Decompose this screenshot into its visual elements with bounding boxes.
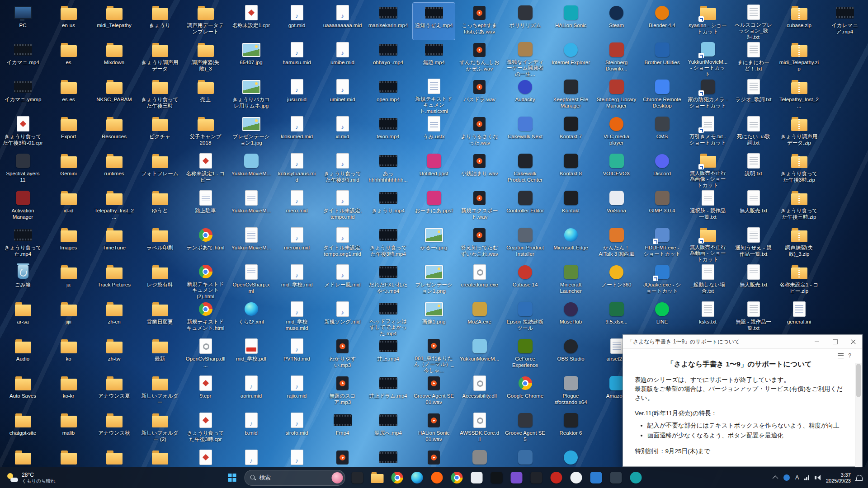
desktop-icon[interactable]: Steinberg Downlo...	[595, 40, 637, 77]
desktop-icon[interactable]: Plogue sforzando x64	[550, 373, 592, 410]
desktop-icon[interactable]: malib	[47, 410, 90, 447]
desktop-icon[interactable]: Accessibility.dll	[458, 373, 500, 410]
desktop-icon[interactable]: es-es	[47, 77, 90, 114]
desktop-icon[interactable]: PC	[2, 3, 44, 40]
desktop-icon[interactable]: Resources	[93, 114, 135, 151]
desktop-icon[interactable]: プレゼンテーション1.jpg	[230, 114, 272, 151]
desktop-icon[interactable]: まにまにわーど！.txt	[732, 40, 774, 77]
desktop-icon[interactable]: イカレマニア.mp4	[824, 3, 866, 40]
desktop-icon[interactable]: uaaaaaaaaa.mid	[321, 3, 363, 40]
ime-indicator[interactable]: A	[795, 474, 799, 481]
desktop-icon[interactable]: YukkuriMovieM...	[230, 151, 272, 188]
desktop-icon[interactable]: きょうり	[139, 3, 181, 40]
desktop-icon[interactable]: Groove Agent SE 01.wav	[413, 373, 455, 410]
desktop-icon[interactable]: klokumed.mid	[276, 114, 318, 151]
desktop-icon[interactable]: 路上駐車	[184, 188, 226, 225]
desktop-icon[interactable]: runtimes	[93, 151, 135, 188]
desktop-icon[interactable]: きょうり食ってた午後三時.zip	[778, 188, 820, 225]
desktop-icon[interactable]: TimeTune	[93, 225, 135, 262]
volume-icon[interactable]	[815, 475, 821, 480]
desktop-icon[interactable]: 調声練習(失敗)_3.zip	[778, 225, 820, 262]
desktop-icon[interactable]: 翌尻へ.mp4	[367, 410, 409, 447]
desktop-icon[interactable]: きょうり.mp4	[367, 188, 409, 225]
desktop-icon[interactable]: Audacity	[504, 77, 546, 114]
desktop-icon[interactable]: Cubase 14	[504, 262, 546, 299]
desktop-icon[interactable]: Reaktor 6	[550, 410, 592, 447]
desktop-icon[interactable]: ko	[47, 336, 90, 373]
desktop-icon[interactable]: かるーi.png	[413, 225, 455, 262]
desktop-icon[interactable]: Images	[47, 225, 90, 262]
desktop-icon[interactable]: Audio	[2, 336, 44, 373]
desktop-icon[interactable]: 無人販売.txt	[732, 262, 774, 299]
notification-bell-icon[interactable]	[856, 475, 863, 480]
desktop-icon[interactable]: 9.cpr	[184, 373, 226, 410]
desktop-icon[interactable]: Steam	[595, 3, 637, 40]
desktop-icon[interactable]: open.mp4	[367, 77, 409, 114]
taskbar-app-terminal[interactable]	[488, 469, 506, 487]
desktop-icon[interactable]: 無題.mp4	[413, 40, 455, 77]
desktop-icon[interactable]: NKSC_PARAM	[93, 77, 135, 114]
desktop-icon[interactable]: Gemini	[47, 151, 90, 188]
desktop-icon[interactable]: 無題のスコア.mp3	[321, 373, 363, 410]
desktop-icon[interactable]: Track Pictures	[93, 262, 135, 299]
desktop-icon[interactable]: 調声用データテンプレート	[184, 3, 226, 40]
desktop-icon[interactable]: es	[47, 40, 90, 77]
desktop-icon[interactable]: 説明.txt	[732, 151, 774, 188]
desktop-icon[interactable]: ピクチャ	[139, 114, 181, 151]
taskbar-app-vscode[interactable]	[587, 469, 605, 487]
taskbar-app-youtube-music[interactable]	[547, 469, 566, 487]
start-button[interactable]	[223, 469, 241, 487]
desktop-icon[interactable]: 無題 - 親作品一覧.txt	[732, 299, 774, 336]
desktop-icon[interactable]: Controller Editor	[504, 188, 546, 225]
desktop-icon[interactable]: Google Chrome	[504, 373, 546, 410]
desktop-icon[interactable]: HALion Sonic 01.wav	[413, 410, 455, 447]
clock[interactable]: 3:37 2025/09/23	[826, 472, 851, 484]
hidden-icons-chevron-icon[interactable]	[773, 475, 778, 481]
desktop-icon[interactable]: gpt.mid	[276, 3, 318, 40]
desktop-icon[interactable]: YukkuriMovieM... - ショートカット	[687, 40, 729, 77]
taskbar-app-voice-app[interactable]	[528, 469, 546, 487]
taskbar-app-explorer[interactable]	[368, 469, 387, 487]
desktop-icon[interactable]: VOICEVOX	[595, 151, 637, 188]
desktop-icon[interactable]: 無人販売不正行為動画 - ショートカット	[687, 225, 729, 262]
dialog-titlebar[interactable]: 「さよなら手書き 1〜9」のサポートについて	[623, 335, 862, 349]
dialog-scrollbar[interactable]	[855, 363, 862, 468]
desktop-icon[interactable]: ksks.txt	[687, 299, 729, 336]
desktop-icon[interactable]: VLC media player	[595, 114, 637, 151]
desktop-icon[interactable]: きょうり食ってた午後3時-01.cpr	[2, 114, 44, 151]
desktop-icon[interactable]: 通知うぜえ - 親作品一覧.txt	[732, 225, 774, 262]
desktop-icon[interactable]: Cakewalk Next	[504, 114, 546, 151]
desktop-icon[interactable]: midi_Telepathy.zip	[778, 40, 820, 77]
desktop-icon[interactable]: イカマニ.mp4	[2, 40, 44, 77]
menu-icon[interactable]	[838, 353, 844, 358]
desktop-icon[interactable]: hamusu.mid	[276, 40, 318, 77]
desktop-icon[interactable]: Activation Manager	[2, 188, 44, 225]
desktop-icon[interactable]: ごみ箱	[2, 262, 44, 299]
desktop-icon[interactable]: ずんだもん_しおかぜふ.wav	[458, 40, 500, 77]
desktop-icon[interactable]: きょうり食ってた午後三時	[139, 77, 181, 114]
desktop-icon[interactable]: きょうり食ってた午後3時.mid	[321, 151, 363, 188]
desktop-icon[interactable]: こっちephすまfdsbぶあ.wav	[458, 3, 500, 40]
desktop-icon[interactable]: Microsoft Edge	[550, 225, 592, 262]
desktop-icon[interactable]: mid_学校.pdf	[230, 336, 272, 373]
desktop-icon[interactable]: HDDFMT.exe - ショートカット	[641, 225, 683, 262]
desktop-icon[interactable]: アナウンス秋	[93, 410, 135, 447]
desktop-icon[interactable]: 画像1.png	[413, 299, 455, 336]
desktop-icon[interactable]: 調声練習(失敗)_3	[184, 40, 226, 77]
desktop-icon[interactable]: Kontakt 7	[550, 114, 592, 151]
desktop-icon[interactable]: GIMP 3.0.4	[641, 188, 683, 225]
scrollbar-thumb[interactable]	[856, 364, 861, 397]
desktop-icon[interactable]: わかりやすい.mp3	[321, 336, 363, 373]
desktop-icon[interactable]: 名称未設定1.cpr	[230, 3, 272, 40]
desktop-icon[interactable]: en-us	[47, 3, 90, 40]
tray-app-icon[interactable]	[783, 474, 790, 481]
desktop-icon[interactable]: Crypton Product Installer	[504, 225, 546, 262]
network-icon[interactable]	[804, 475, 809, 480]
desktop-icon[interactable]: Groove Agent SE 5	[504, 410, 546, 447]
desktop-icon[interactable]: zh-tw	[93, 336, 135, 373]
desktop-icon[interactable]: プレゼンテーション1.png	[413, 262, 455, 299]
desktop-icon[interactable]: xl.mid	[321, 114, 363, 151]
taskbar-app-media-app[interactable]	[508, 469, 526, 487]
desktop-icon[interactable]: 新規ソング.mid	[321, 299, 363, 336]
desktop-icon[interactable]: SpectraLayers 11	[2, 151, 44, 188]
